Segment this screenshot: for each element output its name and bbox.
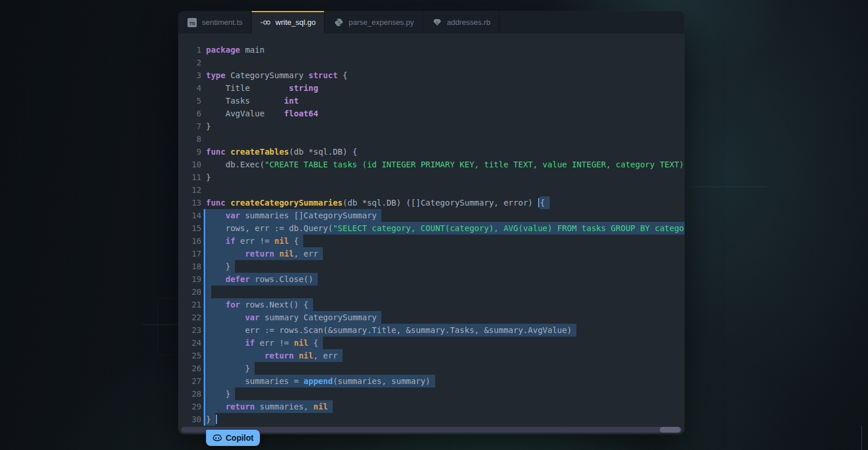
svg-text:TS: TS (189, 20, 196, 25)
code-token (206, 402, 226, 411)
code-token: return (226, 402, 255, 411)
code-token: var (226, 211, 240, 220)
code-token: summaries = (206, 376, 304, 386)
code-token: { (308, 338, 318, 347)
background-decoration (861, 426, 862, 450)
code-line-8: 8 (178, 133, 685, 145)
code-token: (db *sql.DB) { (289, 147, 357, 156)
code-token: nil (279, 249, 293, 258)
line-number: 3 (178, 69, 201, 82)
tab-write-sql-go[interactable]: write_sql.go (252, 11, 325, 34)
line-number: 8 (178, 133, 201, 145)
code-token: return (245, 249, 274, 258)
python-icon (333, 18, 344, 27)
code-line-27: 27 summaries = append(summaries, summary… (178, 375, 685, 387)
code-token: summaries []CategorySummary (240, 211, 377, 220)
line-number: 12 (178, 184, 201, 196)
code-token: , err (294, 249, 318, 258)
code-token (226, 147, 230, 156)
code-token: createCategorySummaries (230, 198, 343, 207)
code-line-16: 16 if err != nil { (178, 235, 685, 247)
code-token (206, 338, 245, 347)
code-token: createTables (230, 147, 289, 156)
line-number: 9 (178, 145, 201, 158)
code-line-20: 20 (178, 286, 685, 298)
code-line-4: 4 Title string (178, 82, 685, 94)
code-line-11: 11} (178, 171, 685, 184)
text-cursor (538, 198, 539, 207)
code-token: } (206, 262, 230, 271)
code-line-10: 10 db.Exec("CREATE TABLE tasks (id INTEG… (178, 158, 685, 171)
code-line-9: 9func createTables(db *sql.DB) { (178, 145, 685, 158)
code-token: string (289, 83, 318, 93)
code-token: int (284, 96, 299, 105)
code-token: { (540, 196, 549, 209)
line-number: 28 (178, 387, 201, 400)
selection-highlight: return summaries, nil (206, 400, 333, 413)
line-number: 19 (178, 273, 201, 286)
tab-parse-expenses-py[interactable]: parse_expenses.py (325, 11, 423, 34)
line-number: 25 (178, 349, 201, 362)
code-token: CategorySummary (226, 71, 308, 80)
code-token: defer (226, 275, 250, 284)
code-token: } (206, 173, 211, 182)
tab-bar: TSsentiment.tswrite_sql.goparse_expenses… (178, 11, 685, 34)
selection-highlight: summaries = append(summaries, summary) (206, 375, 435, 387)
code-token: struct (308, 71, 338, 80)
line-number: 14 (178, 209, 201, 222)
line-number: 30 (178, 413, 201, 426)
code-token: var (245, 313, 259, 322)
go-icon (260, 18, 271, 27)
code-token: nil (294, 338, 308, 347)
tab-sentiment-ts[interactable]: TSsentiment.ts (178, 11, 252, 34)
code-token: "SELECT category, COUNT(category), AVG(v… (333, 224, 685, 233)
copilot-badge[interactable]: Copilot (206, 430, 260, 446)
selection-highlight: rows, err := db.Query("SELECT category, … (206, 222, 685, 235)
selection-highlight: } (206, 387, 235, 400)
line-number: 4 (178, 82, 201, 94)
code-token: main (240, 45, 264, 54)
tab-addresses-rb[interactable]: addresses.rb (423, 11, 499, 34)
code-token (206, 300, 226, 309)
line-number: 1 (178, 43, 201, 56)
code-line-21: 21 for rows.Next() { (178, 298, 685, 311)
code-token: err := rows.Scan(&summary.Title, &summar… (206, 325, 572, 335)
code-token: package (206, 45, 240, 54)
code-token: Title (206, 83, 289, 93)
line-number: 29 (178, 400, 201, 413)
code-token (206, 351, 264, 360)
code-line-28: 28 } (178, 387, 685, 400)
code-line-12: 12 (178, 184, 685, 196)
code-editor-window: TSsentiment.tswrite_sql.goparse_expenses… (178, 11, 685, 434)
selection-highlight: var summary CategorySummary (206, 311, 381, 324)
selection-highlight: if err != nil { (206, 336, 323, 349)
selection-highlight: for rows.Next() { (206, 298, 313, 311)
copilot-icon (212, 433, 222, 443)
scrollbar-thumb[interactable] (660, 427, 681, 433)
code-token: if (245, 338, 255, 347)
tab-label: sentiment.ts (202, 18, 242, 27)
code-token: } (206, 413, 215, 426)
selection-highlight: return nil, err (206, 247, 323, 260)
code-token: nil (313, 402, 328, 411)
code-line-17: 17 return nil, err (178, 247, 685, 260)
line-number: 22 (178, 311, 201, 324)
line-number: 15 (178, 222, 201, 235)
code-token (206, 313, 245, 322)
code-line-15: 15 rows, err := db.Query("SELECT categor… (178, 222, 685, 235)
code-token: type (206, 71, 226, 80)
line-number: 2 (178, 56, 201, 69)
code-token: err != (236, 236, 274, 246)
text-cursor (216, 415, 217, 424)
code-area[interactable]: 1package main23type CategorySummary stru… (178, 43, 685, 426)
code-token: AvgValue (206, 109, 284, 118)
code-token: rows, err := db.Query( (206, 224, 333, 233)
line-number: 7 (178, 120, 201, 133)
line-number: 18 (178, 260, 201, 273)
code-line-25: 25 return nil, err (178, 349, 685, 362)
background-decoration (686, 186, 767, 187)
code-token: (db *sql.DB) ([]CategorySummary, error) (343, 198, 538, 207)
code-token: , err (313, 351, 337, 360)
code-token: "CREATE TABLE tasks (id INTEGER PRIMARY … (264, 160, 685, 169)
line-number: 5 (178, 94, 201, 107)
